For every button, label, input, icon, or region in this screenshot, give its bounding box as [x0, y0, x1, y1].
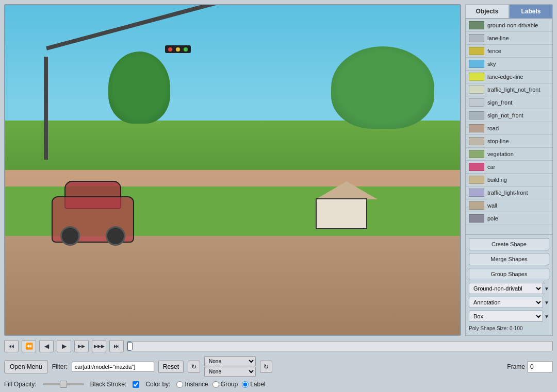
- label-color-swatch: [469, 163, 484, 171]
- label-item[interactable]: road: [466, 122, 552, 135]
- label-color-swatch: [469, 201, 484, 210]
- car-object: [46, 176, 139, 243]
- traffic-pole-horizontal: [46, 5, 256, 50]
- tab-objects[interactable]: Objects: [465, 4, 509, 19]
- label-name: traffic_light_not_front: [487, 87, 540, 93]
- color-by-instance[interactable]: Instance: [176, 381, 208, 388]
- color-by-group-radio[interactable]: [212, 381, 219, 388]
- color-by-group[interactable]: Group: [212, 381, 238, 388]
- panel-tabs: Objects Labels: [465, 4, 553, 19]
- frame-input[interactable]: [527, 361, 553, 372]
- reset-button[interactable]: Reset: [158, 361, 184, 373]
- label-color-swatch: [469, 73, 484, 81]
- label-name: sign_front: [487, 99, 512, 106]
- traffic-pole-vertical: [44, 57, 48, 160]
- playback-bar: ⏮ ⏪ ◀ ▶ ▶▶ ▶▶▶ ⏭: [4, 338, 553, 354]
- shape-dropdown-row: Box ▼: [469, 311, 549, 322]
- merge-shapes-button[interactable]: Merge Shapes: [469, 253, 549, 265]
- color-by-instance-radio[interactable]: [176, 381, 183, 388]
- label-item[interactable]: pole: [466, 212, 552, 225]
- color-by-label[interactable]: Label: [242, 381, 265, 388]
- label-item[interactable]: lane-edge-line: [466, 71, 552, 83]
- black-stroke-checkbox[interactable]: [133, 381, 139, 388]
- tab-labels[interactable]: Labels: [509, 4, 553, 19]
- labels-list: ground-non-drivablelane-linefenceskylane…: [465, 19, 553, 235]
- bottom-area: ⏮ ⏪ ◀ ▶ ▶▶ ▶▶▶ ⏭ Open Menu Filter: Reset…: [0, 336, 557, 392]
- step-forward-fast-button[interactable]: ▶▶▶: [92, 340, 106, 352]
- label-select[interactable]: Ground-non-drivabl: [469, 283, 543, 294]
- label-item[interactable]: traffic_light_not_front: [466, 83, 552, 96]
- scene-background: [5, 5, 460, 335]
- tree-group-right: [331, 46, 434, 129]
- progress-thumb[interactable]: [127, 342, 133, 350]
- car-wheel-left: [60, 226, 80, 246]
- label-color-swatch: [469, 214, 484, 223]
- label-name: car: [487, 164, 495, 170]
- fill-opacity-label: Fill Opacity:: [4, 381, 37, 388]
- step-back-button[interactable]: ◀: [39, 340, 54, 352]
- label-color-swatch: [469, 21, 484, 29]
- group-shapes-button[interactable]: Group Shapes: [469, 268, 549, 280]
- label-color-swatch: [469, 137, 484, 145]
- create-shape-button[interactable]: Create Shape: [469, 238, 549, 250]
- label-item[interactable]: fence: [466, 45, 552, 58]
- skip-start-button[interactable]: ⏮: [4, 340, 19, 352]
- annotation-dropdown-arrow: ▼: [543, 300, 549, 305]
- frame-label: Frame: [507, 363, 525, 370]
- play-button[interactable]: ▶: [57, 340, 71, 352]
- building-roof: [316, 181, 378, 199]
- label-item[interactable]: sky: [466, 58, 552, 71]
- label-item[interactable]: sign_not_front: [466, 109, 552, 122]
- label-item[interactable]: ground-non-drivable: [466, 19, 552, 32]
- label-name: pole: [487, 215, 498, 221]
- traffic-light-box: [165, 45, 191, 53]
- shape-select[interactable]: Box: [469, 311, 543, 322]
- progress-bar[interactable]: [127, 341, 553, 351]
- none-select-2[interactable]: None: [204, 367, 256, 377]
- cycle-button-2[interactable]: ↻: [260, 361, 272, 373]
- label-name: vegetation: [487, 151, 514, 157]
- cycle-button-1[interactable]: ↻: [188, 361, 200, 373]
- label-item[interactable]: building: [466, 174, 552, 186]
- label-color-swatch: [469, 98, 484, 107]
- canvas-image[interactable]: [5, 5, 460, 335]
- controls-row: Open Menu Filter: Reset ↻ None None ↻ Fr…: [4, 356, 553, 377]
- open-menu-button[interactable]: Open Menu: [4, 360, 48, 373]
- fill-opacity-slider[interactable]: [43, 383, 84, 385]
- label-item[interactable]: lane-line: [466, 32, 552, 45]
- car-body: [52, 196, 134, 243]
- annotation-select[interactable]: Annotation: [469, 297, 543, 308]
- traffic-light-yellow: [176, 47, 180, 52]
- traffic-lights: [165, 45, 191, 53]
- canvas-panel: [4, 4, 461, 336]
- label-item[interactable]: wall: [466, 199, 552, 212]
- traffic-light-red: [168, 47, 172, 52]
- building-shape: [316, 198, 367, 229]
- color-by-label: Color by:: [145, 381, 170, 388]
- black-stroke-label: Black Stroke:: [90, 381, 127, 388]
- right-actions: Create Shape Merge Shapes Group Shapes G…: [465, 235, 553, 336]
- none-select-1[interactable]: None: [204, 356, 256, 366]
- filter-input[interactable]: [72, 362, 154, 372]
- shape-dropdown-arrow: ▼: [543, 314, 549, 319]
- filter-label: Filter:: [52, 363, 68, 370]
- poly-size-label: Poly Shape Size: 0-100: [469, 325, 549, 332]
- label-name: sky: [487, 61, 496, 67]
- label-name: lane-edge-line: [487, 74, 523, 80]
- car-wheel-right: [106, 226, 125, 246]
- label-color-swatch: [469, 47, 484, 55]
- label-item[interactable]: car: [466, 161, 552, 174]
- label-item[interactable]: stop-line: [466, 135, 552, 148]
- label-item[interactable]: vegetation: [466, 148, 552, 161]
- label-name: sign_not_front: [487, 112, 523, 118]
- step-forward-button[interactable]: ▶▶: [74, 340, 89, 352]
- annotation-dropdown-row: Annotation ▼: [469, 297, 549, 308]
- label-dropdown-row: Ground-non-drivabl ▼: [469, 283, 549, 294]
- label-item[interactable]: sign_front: [466, 96, 552, 109]
- color-by-label-radio[interactable]: [242, 381, 249, 388]
- skip-end-button[interactable]: ⏭: [109, 340, 124, 352]
- none-dropdown: None None: [204, 356, 256, 377]
- step-back-fast-button[interactable]: ⏪: [22, 340, 36, 352]
- label-item[interactable]: traffic_light-front: [466, 186, 552, 199]
- label-name: road: [487, 125, 499, 131]
